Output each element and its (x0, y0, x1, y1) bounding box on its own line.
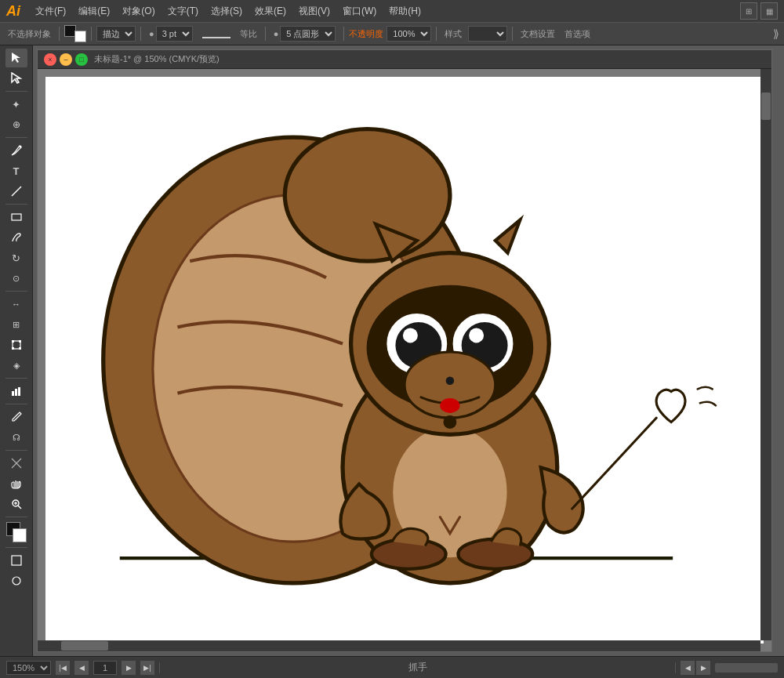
svg-point-22 (285, 129, 450, 261)
tool-shape[interactable] (5, 208, 27, 227)
tool-direct-select[interactable] (5, 69, 27, 88)
svg-point-31 (403, 328, 418, 343)
window-minimize-btn[interactable]: – (60, 53, 72, 66)
tool-draw-mode[interactable] (5, 571, 27, 590)
tool-screen-mode[interactable] (5, 551, 27, 570)
statusbar-zoom-select[interactable]: 150% (6, 661, 51, 675)
toolbar-sep-2 (91, 27, 92, 41)
tool-sep-3 (5, 204, 27, 205)
svg-rect-6 (12, 340, 14, 343)
white-canvas (45, 77, 764, 644)
svg-point-18 (13, 577, 20, 585)
tool-hand[interactable] (5, 474, 27, 493)
tool-scale[interactable]: ↔ (5, 295, 27, 314)
menu-edit[interactable]: 编辑(E) (73, 3, 115, 20)
toolbar-stroke-line (202, 30, 230, 38)
statusbar: 150% |◀ ◀ ▶ ▶| 抓手 ◀ ▶ (0, 656, 784, 678)
svg-point-34 (440, 398, 459, 413)
statusbar-next-last[interactable]: ▶| (140, 661, 154, 675)
toolbar-sep-5 (343, 27, 344, 41)
svg-point-36 (443, 415, 456, 429)
toolbar-sep-6 (436, 27, 437, 41)
svg-line-37 (572, 418, 656, 509)
squirrel-illustration (45, 77, 764, 644)
toolbar-opacity-select[interactable]: 100% (387, 26, 431, 42)
statusbar-prev-first[interactable]: |◀ (56, 661, 70, 675)
svg-rect-8 (12, 347, 14, 350)
toolbar-doc-settings[interactable]: 文档设置 (517, 27, 558, 41)
tool-lasso[interactable]: ⊕ (5, 115, 27, 134)
window-icon[interactable]: ⊞ (740, 2, 757, 20)
toolbar-first-item[interactable]: 首选项 (561, 27, 593, 41)
statusbar-page-input[interactable] (93, 661, 117, 675)
menu-effect[interactable]: 效果(E) (249, 3, 292, 20)
tool-color[interactable] (5, 522, 28, 542)
svg-line-14 (18, 506, 21, 509)
svg-marker-1 (12, 73, 20, 83)
doc-scrollbar-v[interactable] (760, 69, 771, 640)
menu-text[interactable]: 文字(T) (162, 3, 204, 20)
statusbar-arrow-left[interactable]: ◀ (681, 661, 695, 675)
toolbar-stroke-select[interactable]: 3 pt (156, 26, 193, 42)
tool-reflect[interactable]: ⊙ (5, 269, 27, 288)
toolbar-equal: 等比 (237, 27, 260, 41)
toolbar-fill-stroke[interactable] (64, 25, 86, 42)
tool-sep-8 (5, 517, 27, 517)
doc-scrollbar-h[interactable] (38, 640, 760, 651)
svg-marker-0 (12, 53, 20, 63)
tool-blend[interactable]: ☊ (5, 428, 27, 447)
statusbar-sep-2 (675, 662, 676, 673)
tool-sep-5 (5, 378, 27, 379)
tool-slice[interactable] (5, 454, 27, 473)
tool-symbol[interactable]: ◈ (5, 356, 27, 375)
doc-scrollbar-thumb (761, 92, 771, 120)
tool-sep-2 (5, 137, 27, 138)
toolbar-style-label: 样式 (441, 27, 465, 41)
menu-help[interactable]: 帮助(H) (383, 3, 426, 20)
main-area: ✦ ⊕ T ↻ ⊙ ↔ ⊞ (0, 45, 784, 656)
toolbar-brush[interactable]: ● 5 点圆形 (270, 25, 339, 42)
menu-view[interactable]: 视图(V) (293, 3, 336, 20)
toolbar-style-select[interactable] (468, 26, 507, 42)
menu-file[interactable]: 文件(F) (30, 3, 71, 20)
tool-graph[interactable] (5, 382, 27, 401)
statusbar-next[interactable]: ▶ (122, 661, 136, 675)
tool-select[interactable] (5, 49, 27, 67)
menu-object[interactable]: 对象(O) (117, 3, 160, 20)
statusbar-tool-name: 抓手 (165, 661, 670, 674)
svg-point-2 (19, 146, 21, 148)
svg-rect-7 (19, 340, 21, 343)
window-maximize-btn[interactable]: □ (75, 53, 88, 66)
menu-window[interactable]: 窗口(W) (337, 3, 382, 20)
tool-pen[interactable] (5, 141, 27, 160)
tool-shaper[interactable]: ⊞ (5, 315, 27, 334)
toolbar-sep-3 (140, 27, 141, 41)
tool-zoom[interactable] (5, 495, 27, 513)
statusbar-prev[interactable]: ◀ (74, 661, 89, 675)
tool-brush[interactable] (5, 228, 27, 247)
tool-type[interactable]: T (5, 161, 27, 180)
window-icon2[interactable]: ▦ (760, 2, 778, 20)
tool-line[interactable] (5, 182, 27, 201)
doc-scrollbar-h-thumb (61, 641, 108, 651)
left-toolbar: ✦ ⊕ T ↻ ⊙ ↔ ⊞ (0, 45, 33, 656)
svg-rect-4 (12, 214, 21, 220)
toolbar-mode-select[interactable]: 描边 (96, 26, 136, 42)
tool-sep-9 (5, 547, 27, 548)
tool-eyedropper[interactable] (5, 408, 27, 426)
toolbar-stroke-size[interactable]: ● 3 pt (146, 25, 196, 42)
statusbar-arrow-right[interactable]: ▶ (696, 661, 710, 675)
toolbar-sep-7 (512, 27, 513, 41)
toolbar-brush-select[interactable]: 5 点圆形 (280, 26, 336, 42)
tool-magic-wand[interactable]: ✦ (5, 95, 27, 114)
window-controls: × – □ (44, 53, 88, 66)
doc-canvas (38, 69, 771, 651)
menu-select[interactable]: 选择(S) (205, 3, 248, 20)
tool-free-transform[interactable] (5, 335, 27, 354)
toolbar: 不选择对象 描边 ● 3 pt 等比 ● 5 点圆形 不透明度 100% 样式 (0, 22, 784, 45)
tool-sep-7 (5, 450, 27, 451)
window-close-btn[interactable]: × (44, 53, 56, 66)
statusbar-nav-arrows: ◀ ▶ (681, 661, 710, 675)
toolbar-arrow[interactable]: ⟫ (773, 27, 779, 40)
tool-rotate[interactable]: ↻ (5, 248, 27, 267)
